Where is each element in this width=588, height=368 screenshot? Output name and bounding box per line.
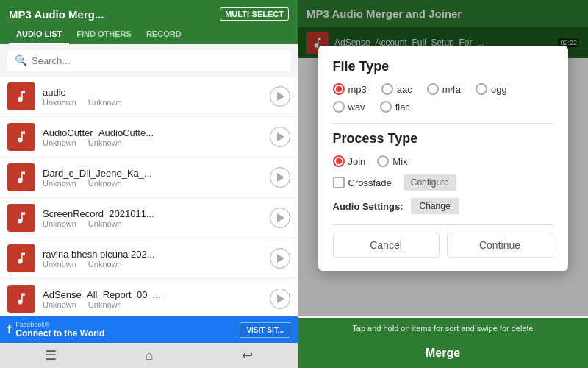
radio-circle-join — [333, 155, 345, 167]
back-icon[interactable]: ↩ — [242, 347, 253, 364]
radio-item-flac[interactable]: flac — [380, 101, 410, 113]
audio-name: AdSense_All_Report_00_... — [43, 289, 262, 300]
radio-label-mix: Mix — [392, 156, 407, 167]
audio-icon — [7, 285, 35, 313]
file-type-title: File Type — [333, 59, 553, 74]
radio-item-m4a[interactable]: m4a — [427, 83, 461, 95]
audio-info: AdSense_All_Report_00_... Unknown Unknow… — [43, 289, 262, 309]
audio-meta: Unknown Unknown — [43, 138, 262, 147]
tab-find-others[interactable]: FIND OTHERS — [69, 25, 139, 44]
dialog-overlay: File Type mp3 aac m4a — [298, 0, 588, 316]
right-panel: MP3 Audio Merger and Joiner AdSense_Acco… — [298, 0, 588, 368]
audio-info: AudioCutter_AudioCutte... Unknown Unknow… — [43, 127, 262, 147]
audio-name: ravina bhesh picuna 202... — [43, 249, 262, 260]
crossfade-checkbox-item[interactable]: Crossfade — [333, 177, 392, 188]
audio-info: audio Unknown Unknown — [43, 87, 262, 107]
radio-circle-aac — [381, 83, 393, 95]
left-panel: MP3 Audio Merg... MULTI-SELECT AUDIO LIS… — [0, 0, 298, 368]
audio-info: Dard_e_Dil_Jeene_Ka_... Unknown Unknown — [43, 168, 262, 188]
cancel-button[interactable]: Cancel — [333, 233, 440, 258]
fb-bottom-text: Connect to the World — [15, 328, 104, 339]
radio-label-mp3: mp3 — [348, 84, 367, 95]
list-item[interactable]: ravina bhesh picuna 202... Unknown Unkno… — [0, 238, 298, 279]
left-header: MP3 Audio Merg... MULTI-SELECT AUDIO LIS… — [0, 0, 298, 44]
crossfade-label: Crossfade — [348, 177, 392, 188]
facebook-icon: f — [7, 323, 11, 336]
change-button[interactable]: Change — [411, 198, 459, 214]
audio-meta: Unknown Unknown — [43, 179, 262, 188]
process-type-row: Join Mix — [333, 155, 553, 167]
list-item[interactable]: Dard_e_Dil_Jeene_Ka_... Unknown Unknown — [0, 158, 298, 198]
dialog-actions: Cancel Continue — [333, 224, 553, 258]
process-type-title: Process Type — [333, 131, 553, 146]
left-header-top: MP3 Audio Merg... MULTI-SELECT — [9, 7, 289, 21]
menu-icon[interactable]: ☰ — [45, 347, 57, 364]
hint-text: Tap and hold on items for sort and swipe… — [298, 318, 588, 339]
audio-icon — [7, 82, 35, 110]
radio-circle-wav — [333, 101, 345, 113]
audio-icon — [7, 163, 35, 191]
radio-label-m4a: m4a — [442, 84, 461, 95]
list-item[interactable]: AudioCutter_AudioCutte... Unknown Unknow… — [0, 117, 298, 158]
file-type-dialog: File Type mp3 aac m4a — [318, 46, 568, 271]
audio-icon — [7, 204, 35, 232]
audio-icon — [7, 244, 35, 272]
radio-item-ogg[interactable]: ogg — [476, 83, 507, 95]
audio-list: audio Unknown Unknown AudioCutter_AudioC… — [0, 77, 298, 316]
fb-visit-button[interactable]: VISIT SIT... — [240, 322, 290, 338]
radio-item-mp3[interactable]: mp3 — [333, 83, 367, 95]
play-button[interactable] — [270, 289, 290, 309]
merge-button[interactable]: Merge — [298, 339, 588, 368]
search-bar: 🔍 — [7, 50, 290, 71]
radio-circle-mix — [377, 155, 389, 167]
divider — [333, 123, 553, 124]
radio-item-join[interactable]: Join — [333, 155, 366, 167]
search-input[interactable] — [32, 55, 283, 66]
left-app-title: MP3 Audio Merg... — [9, 8, 104, 21]
radio-item-aac[interactable]: aac — [381, 83, 412, 95]
tab-record[interactable]: RECORD — [139, 25, 189, 44]
audio-name: AudioCutter_AudioCutte... — [43, 127, 262, 138]
radio-label-join: Join — [348, 156, 366, 167]
play-button[interactable] — [270, 167, 290, 188]
play-button[interactable] — [270, 86, 290, 107]
fb-text: Facebook® Connect to the World — [15, 321, 104, 339]
radio-circle-ogg — [476, 83, 487, 95]
fb-left: f Facebook® Connect to the World — [7, 321, 104, 339]
list-item[interactable]: AdSense_All_Report_00_... Unknown Unknow… — [0, 279, 298, 316]
radio-circle-flac — [380, 101, 392, 113]
radio-label-wav: wav — [348, 102, 365, 113]
play-button[interactable] — [270, 208, 290, 228]
play-button[interactable] — [270, 127, 290, 147]
radio-label-flac: flac — [395, 102, 410, 113]
tab-audio-list[interactable]: AUDIO LIST — [9, 25, 69, 44]
radio-item-mix[interactable]: Mix — [377, 155, 407, 167]
crossfade-row: Crossfade Configure — [333, 174, 553, 191]
fb-top-text: Facebook® — [15, 321, 104, 328]
audio-name: ScreenRecord_2021011... — [43, 208, 262, 219]
continue-button[interactable]: Continue — [447, 233, 553, 258]
crossfade-checkbox[interactable] — [333, 177, 345, 188]
search-icon: 🔍 — [15, 54, 27, 66]
audio-name: Dard_e_Dil_Jeene_Ka_... — [43, 168, 262, 179]
audio-info: ravina bhesh picuna 202... Unknown Unkno… — [43, 249, 262, 269]
multi-select-button[interactable]: MULTI-SELECT — [220, 7, 289, 21]
merge-bar: Merge — [298, 339, 588, 368]
radio-item-wav[interactable]: wav — [333, 101, 365, 113]
audio-meta: Unknown Unknown — [43, 98, 262, 107]
audio-meta: Unknown Unknown — [43, 260, 262, 269]
file-type-radio-group: mp3 aac m4a ogg — [333, 83, 553, 113]
facebook-banner: f Facebook® Connect to the World VISIT S… — [0, 316, 298, 343]
tabs-bar: AUDIO LIST FIND OTHERS RECORD — [9, 25, 289, 44]
audio-info: ScreenRecord_2021011... Unknown Unknown — [43, 208, 262, 228]
audio-settings-label: Audio Settings: — [333, 201, 404, 212]
configure-button[interactable]: Configure — [404, 174, 456, 191]
home-icon[interactable]: ⌂ — [146, 348, 154, 364]
list-item[interactable]: audio Unknown Unknown — [0, 77, 298, 117]
audio-settings-row: Audio Settings: Change — [333, 198, 553, 214]
audio-name: audio — [43, 87, 262, 98]
audio-meta: Unknown Unknown — [43, 219, 262, 228]
audio-icon — [7, 123, 35, 151]
play-button[interactable] — [270, 248, 290, 269]
list-item[interactable]: ScreenRecord_2021011... Unknown Unknown — [0, 198, 298, 238]
